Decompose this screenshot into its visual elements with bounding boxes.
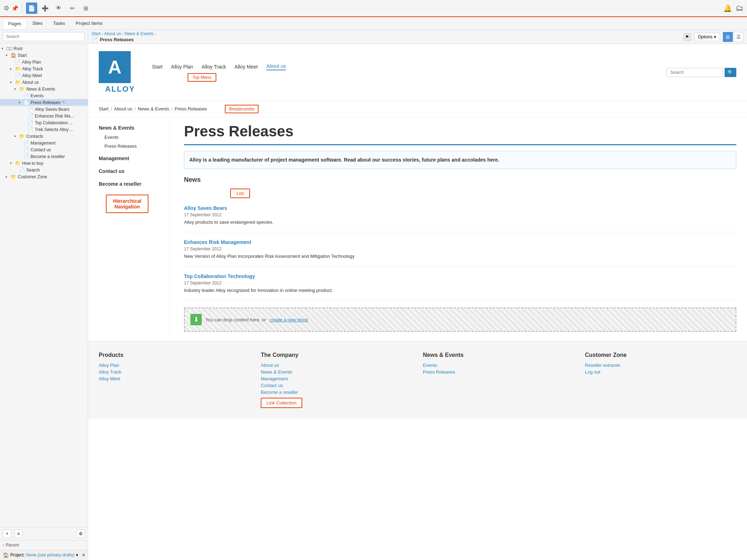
tree-item-press-releases[interactable]: ▾ 📄 Press Releases ✎	[0, 99, 88, 106]
nav-start[interactable]: Start	[152, 64, 163, 70]
tree-item-about-us[interactable]: ▾ 📁 About us	[0, 79, 88, 86]
site-search-input[interactable]	[666, 68, 723, 77]
alloy-footer: Products Alloy Plan Alloy Track Alloy Me…	[88, 341, 747, 419]
drop-link[interactable]: create a new block	[270, 317, 308, 322]
main-layout: ▾ □□ Root ▾ 🏠 Start 📄 Alloy Plan ▸ 📁 All…	[0, 30, 747, 560]
tab-sites[interactable]: Sites	[27, 18, 48, 28]
expand-icon[interactable]: ⊞	[80, 2, 91, 14]
tree-item-alloy-track[interactable]: ▸ 📁 Alloy Track	[0, 65, 88, 72]
nav-alloy-plan[interactable]: Alloy Plan	[171, 64, 193, 70]
footer-col-products: Products Alloy Plan Alloy Track Alloy Me…	[99, 352, 250, 408]
footer-link-events[interactable]: Events	[423, 363, 574, 368]
left-nav-title-contact[interactable]: Contact us	[99, 166, 169, 176]
tree-item-contacts[interactable]: ▾ 📁 Contacts	[0, 133, 88, 140]
footer-link-press-releases[interactable]: Press Releases	[423, 369, 574, 375]
tab-tasks[interactable]: Tasks	[48, 18, 70, 28]
news-item-2-title[interactable]: Enhances Risk Management	[184, 239, 736, 245]
pin-icon[interactable]: 📌	[11, 5, 18, 12]
tree-item-enhances-risk[interactable]: 📄 Enhances Risk Ma...	[0, 113, 88, 119]
search-input[interactable]	[3, 32, 85, 41]
tree-item-search-page[interactable]: 📄 Search	[0, 167, 88, 173]
page-icon-become-reseller: 📄	[23, 154, 29, 159]
tree-item-customer-zone[interactable]: ▸ 📁 Customer Zone	[0, 173, 88, 180]
tree-label-start: Start	[18, 53, 27, 58]
bc-sep3: /	[171, 106, 173, 112]
tree-item-alloy-plan[interactable]: 📄 Alloy Plan	[0, 59, 88, 65]
list-annotation: List	[230, 189, 250, 198]
hier-nav-box: HierarchicalNavigation	[106, 195, 148, 213]
bell-icon[interactable]: 🔔	[723, 4, 732, 12]
left-nav-title-news[interactable]: News & Events	[99, 123, 169, 133]
left-nav-item-press-releases[interactable]: Press Releases	[99, 142, 169, 151]
nav-alloy-meet[interactable]: Alloy Meet	[234, 64, 258, 70]
view-list-button[interactable]: ☰	[734, 32, 743, 42]
add-icon[interactable]: ➕	[39, 2, 51, 14]
footer-link-about-us[interactable]: About us	[261, 363, 412, 368]
breadcrumb-start[interactable]: Start	[92, 31, 101, 36]
footer-link-contact-us[interactable]: Contact us	[261, 383, 412, 388]
pages-icon[interactable]: 📄	[26, 2, 37, 14]
tree-item-become-reseller[interactable]: 📄 Become a reseller	[0, 153, 88, 160]
tree-item-events[interactable]: 📄 Events	[0, 92, 88, 99]
view-grid-button[interactable]: ⊞	[723, 32, 733, 42]
tree-item-start[interactable]: ▾ 🏠 Start	[0, 52, 88, 59]
tree-item-alloy-saves-bears[interactable]: 📄 Alloy Saves Bears	[0, 106, 88, 113]
footer-link-management[interactable]: Management	[261, 376, 412, 381]
page-icon-contact-us: 📄	[23, 147, 29, 152]
project-value[interactable]: None (use primary drafts)	[26, 553, 75, 558]
tree-item-root[interactable]: ▾ □□ Root	[0, 45, 88, 52]
footer-link-alloy-track[interactable]: Alloy Track	[99, 369, 250, 375]
gear-icon[interactable]: ⚙	[4, 4, 9, 12]
tree-item-alloy-meet[interactable]: 📄 Alloy Meet	[0, 72, 88, 79]
add-page-button[interactable]: +	[3, 529, 11, 538]
news-item-3-title[interactable]: Top Collaboration Technology	[184, 273, 736, 279]
breadcrumb-news-events[interactable]: News & Events	[125, 31, 153, 36]
flag-icon[interactable]: ⚑	[683, 33, 691, 41]
nav-alloy-track[interactable]: Alloy Track	[202, 64, 226, 70]
content-toolbar: Start › About us › News & Events › 📄 Pre…	[88, 30, 747, 44]
tree-item-management[interactable]: 📄 Management	[0, 140, 88, 146]
breadcrumb-about-us[interactable]: About us	[104, 31, 121, 36]
tree-label-trek: Trek Selects Alloy ...	[35, 127, 73, 132]
footer-link-news-events[interactable]: News & Events	[261, 369, 412, 375]
page-title: Press Releases	[100, 37, 134, 42]
list-view-button[interactable]: ≡	[14, 529, 23, 538]
site-search-button[interactable]: 🔍	[725, 68, 736, 77]
footer-link-alloy-plan[interactable]: Alloy Plan	[99, 363, 250, 368]
breadcrumb-link-start[interactable]: Start	[99, 106, 108, 112]
tree-label-customer-zone: Customer Zone	[18, 174, 47, 179]
alloy-logo: A	[99, 51, 131, 83]
left-nav-title-management[interactable]: Management	[99, 153, 169, 163]
nav-tabs: Pages Sites Tasks Project Items	[0, 17, 747, 30]
tree-item-contact-us[interactable]: 📄 Contact us	[0, 146, 88, 153]
tree-item-news-events[interactable]: ▾ 📁 News & Events	[0, 86, 88, 92]
edit-icon[interactable]: ✏	[66, 2, 78, 14]
folder-icon[interactable]: 🗂	[736, 4, 743, 13]
footer-company-title: The Company	[261, 352, 412, 358]
tab-pages[interactable]: Pages	[3, 18, 27, 29]
edit-row-icon[interactable]: ✎	[62, 100, 65, 105]
breadcrumb-link-news-events[interactable]: News & Events	[138, 106, 169, 112]
news-item-1-title[interactable]: Alloy Saves Bears	[184, 205, 736, 211]
project-menu-icon[interactable]: ≡	[82, 553, 85, 558]
sidebar-gear-button[interactable]: ⚙	[76, 529, 85, 538]
options-button[interactable]: Options ▾	[694, 33, 720, 41]
breadcrumb-link-about-us[interactable]: About us	[114, 106, 132, 112]
breadcrumb-sep-1: ›	[102, 31, 103, 36]
nav-about-us[interactable]: About us	[266, 63, 286, 70]
left-nav-item-events[interactable]: Events	[99, 133, 169, 142]
left-nav-title-reseller[interactable]: Become a reseller	[99, 179, 169, 189]
alloy-search: 🔍	[666, 68, 736, 77]
footer-link-become-reseller[interactable]: Become a reseller	[261, 390, 412, 395]
tree-item-trek-selects[interactable]: 📄 Trek Selects Alloy ...	[0, 126, 88, 133]
tree-arrow-about-us: ▾	[10, 80, 15, 84]
footer-link-log-out[interactable]: Log out	[585, 369, 736, 375]
footer-link-reseller-extranet[interactable]: Reseller extranet	[585, 363, 736, 368]
preview-icon[interactable]: 👁	[53, 2, 64, 14]
tree-item-how-to-buy[interactable]: ▾ 📁 How to buy	[0, 160, 88, 167]
tab-project-items[interactable]: Project Items	[71, 18, 108, 28]
footer-link-alloy-meet[interactable]: Alloy Meet	[99, 376, 250, 381]
alloy-logo-text: ALLOY	[105, 85, 135, 94]
tree-item-top-collab[interactable]: 📄 Top Collaboration ...	[0, 119, 88, 126]
news-item-1-date: 17 September 2012	[184, 212, 736, 217]
